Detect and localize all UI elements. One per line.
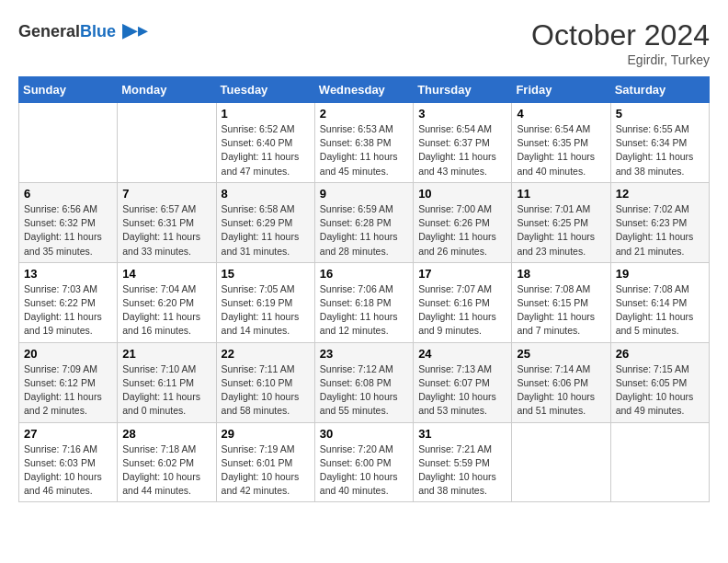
calendar-cell: 17Sunrise: 7:07 AM Sunset: 6:16 PM Dayli… — [414, 262, 512, 342]
day-number: 3 — [418, 107, 506, 121]
day-info: Sunrise: 7:03 AM Sunset: 6:22 PM Dayligh… — [24, 282, 112, 339]
calendar-cell: 26Sunrise: 7:15 AM Sunset: 6:05 PM Dayli… — [610, 342, 709, 422]
day-info: Sunrise: 7:05 AM Sunset: 6:19 PM Dayligh… — [222, 282, 310, 339]
day-info: Sunrise: 7:18 AM Sunset: 6:02 PM Dayligh… — [122, 442, 210, 499]
logo-bird-icon: ▶▸ — [122, 18, 148, 41]
day-info: Sunrise: 7:10 AM Sunset: 6:11 PM Dayligh… — [122, 362, 210, 419]
day-number: 2 — [320, 107, 408, 121]
day-info: Sunrise: 7:06 AM Sunset: 6:18 PM Dayligh… — [320, 282, 408, 339]
day-number: 24 — [418, 347, 506, 361]
day-number: 10 — [418, 187, 506, 201]
calendar-cell: 25Sunrise: 7:14 AM Sunset: 6:06 PM Dayli… — [512, 342, 610, 422]
day-info: Sunrise: 7:08 AM Sunset: 6:14 PM Dayligh… — [616, 282, 704, 339]
day-info: Sunrise: 7:01 AM Sunset: 6:25 PM Dayligh… — [517, 202, 605, 259]
calendar-cell — [118, 103, 216, 183]
col-sunday: Sunday — [19, 77, 118, 103]
day-info: Sunrise: 6:58 AM Sunset: 6:29 PM Dayligh… — [222, 202, 310, 259]
day-number: 30 — [320, 427, 408, 441]
location-subtitle: Egirdir, Turkey — [531, 52, 710, 67]
calendar-cell: 27Sunrise: 7:16 AM Sunset: 6:03 PM Dayli… — [19, 422, 118, 502]
day-number: 23 — [320, 347, 408, 361]
calendar-cell: 10Sunrise: 7:00 AM Sunset: 6:26 PM Dayli… — [414, 182, 512, 262]
calendar-week-5: 27Sunrise: 7:16 AM Sunset: 6:03 PM Dayli… — [19, 422, 710, 502]
day-info: Sunrise: 6:53 AM Sunset: 6:38 PM Dayligh… — [320, 122, 408, 178]
day-info: Sunrise: 7:02 AM Sunset: 6:23 PM Dayligh… — [616, 202, 704, 259]
calendar-cell: 20Sunrise: 7:09 AM Sunset: 6:12 PM Dayli… — [19, 342, 118, 422]
calendar-body: 1Sunrise: 6:52 AM Sunset: 6:40 PM Daylig… — [19, 103, 710, 502]
calendar-cell: 15Sunrise: 7:05 AM Sunset: 6:19 PM Dayli… — [216, 262, 314, 342]
calendar-cell: 7Sunrise: 6:57 AM Sunset: 6:31 PM Daylig… — [118, 182, 216, 262]
day-number: 21 — [122, 347, 210, 361]
day-info: Sunrise: 6:57 AM Sunset: 6:31 PM Dayligh… — [122, 202, 210, 259]
calendar-cell: 1Sunrise: 6:52 AM Sunset: 6:40 PM Daylig… — [216, 103, 314, 183]
day-info: Sunrise: 7:00 AM Sunset: 6:26 PM Dayligh… — [418, 202, 506, 259]
day-number: 13 — [24, 267, 112, 281]
day-info: Sunrise: 6:59 AM Sunset: 6:28 PM Dayligh… — [320, 202, 408, 259]
day-number: 26 — [616, 347, 704, 361]
day-number: 22 — [222, 347, 310, 361]
calendar-cell: 16Sunrise: 7:06 AM Sunset: 6:18 PM Dayli… — [314, 262, 413, 342]
calendar-week-4: 20Sunrise: 7:09 AM Sunset: 6:12 PM Dayli… — [19, 342, 710, 422]
calendar-cell: 22Sunrise: 7:11 AM Sunset: 6:10 PM Dayli… — [216, 342, 314, 422]
day-info: Sunrise: 7:04 AM Sunset: 6:20 PM Dayligh… — [122, 282, 210, 339]
day-info: Sunrise: 7:08 AM Sunset: 6:15 PM Dayligh… — [517, 282, 605, 339]
col-monday: Monday — [118, 77, 216, 103]
day-number: 1 — [222, 107, 310, 121]
calendar-cell: 28Sunrise: 7:18 AM Sunset: 6:02 PM Dayli… — [118, 422, 216, 502]
calendar-cell: 18Sunrise: 7:08 AM Sunset: 6:15 PM Dayli… — [512, 262, 610, 342]
calendar-cell: 31Sunrise: 7:21 AM Sunset: 5:59 PM Dayli… — [414, 422, 512, 502]
calendar-header: Sunday Monday Tuesday Wednesday Thursday… — [19, 77, 710, 103]
day-number: 29 — [222, 427, 310, 441]
title-block: October 2024 Egirdir, Turkey — [531, 18, 710, 67]
calendar-week-2: 6Sunrise: 6:56 AM Sunset: 6:32 PM Daylig… — [19, 182, 710, 262]
calendar-cell — [19, 103, 118, 183]
calendar-cell — [610, 422, 709, 502]
calendar-cell: 11Sunrise: 7:01 AM Sunset: 6:25 PM Dayli… — [512, 182, 610, 262]
calendar-table: Sunday Monday Tuesday Wednesday Thursday… — [18, 76, 710, 502]
day-info: Sunrise: 7:19 AM Sunset: 6:01 PM Dayligh… — [222, 442, 310, 499]
calendar-cell: 8Sunrise: 6:58 AM Sunset: 6:29 PM Daylig… — [216, 182, 314, 262]
day-number: 18 — [517, 267, 605, 281]
calendar-cell: 30Sunrise: 7:20 AM Sunset: 6:00 PM Dayli… — [314, 422, 413, 502]
day-info: Sunrise: 6:54 AM Sunset: 6:35 PM Dayligh… — [517, 122, 605, 178]
col-thursday: Thursday — [414, 77, 512, 103]
calendar-week-1: 1Sunrise: 6:52 AM Sunset: 6:40 PM Daylig… — [19, 103, 710, 183]
day-number: 19 — [616, 267, 704, 281]
col-wednesday: Wednesday — [314, 77, 413, 103]
day-number: 7 — [122, 187, 210, 201]
day-number: 27 — [24, 427, 112, 441]
day-info: Sunrise: 6:54 AM Sunset: 6:37 PM Dayligh… — [418, 122, 506, 178]
day-number: 8 — [222, 187, 310, 201]
calendar-cell: 5Sunrise: 6:55 AM Sunset: 6:34 PM Daylig… — [610, 103, 709, 183]
month-year-title: October 2024 — [531, 18, 710, 52]
page-header: GeneralBlue ▶▸ October 2024 Egirdir, Tur… — [18, 18, 710, 67]
col-tuesday: Tuesday — [216, 77, 314, 103]
calendar-week-3: 13Sunrise: 7:03 AM Sunset: 6:22 PM Dayli… — [19, 262, 710, 342]
day-number: 12 — [616, 187, 704, 201]
day-number: 9 — [320, 187, 408, 201]
day-info: Sunrise: 7:09 AM Sunset: 6:12 PM Dayligh… — [24, 362, 112, 419]
day-info: Sunrise: 6:55 AM Sunset: 6:34 PM Dayligh… — [616, 122, 704, 178]
day-info: Sunrise: 6:52 AM Sunset: 6:40 PM Dayligh… — [222, 122, 310, 178]
day-number: 4 — [517, 107, 605, 121]
day-info: Sunrise: 7:16 AM Sunset: 6:03 PM Dayligh… — [24, 442, 112, 499]
col-saturday: Saturday — [610, 77, 709, 103]
calendar-cell — [512, 422, 610, 502]
day-info: Sunrise: 7:14 AM Sunset: 6:06 PM Dayligh… — [517, 362, 605, 419]
calendar-cell: 12Sunrise: 7:02 AM Sunset: 6:23 PM Dayli… — [610, 182, 709, 262]
day-info: Sunrise: 7:15 AM Sunset: 6:05 PM Dayligh… — [616, 362, 704, 419]
calendar-cell: 4Sunrise: 6:54 AM Sunset: 6:35 PM Daylig… — [512, 103, 610, 183]
day-number: 16 — [320, 267, 408, 281]
day-info: Sunrise: 7:13 AM Sunset: 6:07 PM Dayligh… — [418, 362, 506, 419]
day-info: Sunrise: 7:11 AM Sunset: 6:10 PM Dayligh… — [222, 362, 310, 419]
logo-general: General — [18, 22, 80, 40]
day-number: 25 — [517, 347, 605, 361]
day-number: 6 — [24, 187, 112, 201]
calendar-cell: 9Sunrise: 6:59 AM Sunset: 6:28 PM Daylig… — [314, 182, 413, 262]
calendar-cell: 21Sunrise: 7:10 AM Sunset: 6:11 PM Dayli… — [118, 342, 216, 422]
day-number: 5 — [616, 107, 704, 121]
calendar-cell: 3Sunrise: 6:54 AM Sunset: 6:37 PM Daylig… — [414, 103, 512, 183]
day-info: Sunrise: 6:56 AM Sunset: 6:32 PM Dayligh… — [24, 202, 112, 259]
calendar-cell: 2Sunrise: 6:53 AM Sunset: 6:38 PM Daylig… — [314, 103, 413, 183]
day-number: 17 — [418, 267, 506, 281]
